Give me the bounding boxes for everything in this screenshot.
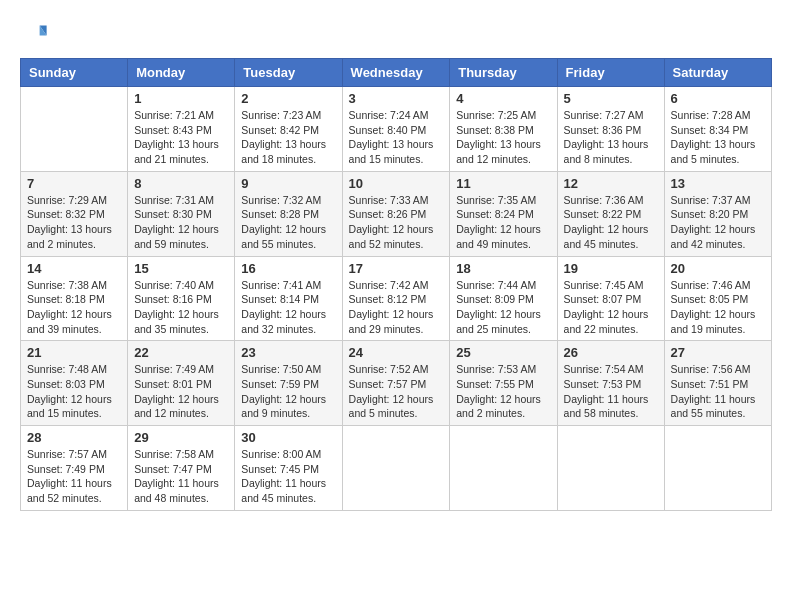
calendar-cell [450, 426, 557, 511]
calendar-cell: 26Sunrise: 7:54 AM Sunset: 7:53 PM Dayli… [557, 341, 664, 426]
day-number: 28 [27, 430, 121, 445]
calendar-week-row: 1Sunrise: 7:21 AM Sunset: 8:43 PM Daylig… [21, 87, 772, 172]
day-info: Sunrise: 7:31 AM Sunset: 8:30 PM Dayligh… [134, 193, 228, 252]
day-info: Sunrise: 7:38 AM Sunset: 8:18 PM Dayligh… [27, 278, 121, 337]
calendar-week-row: 21Sunrise: 7:48 AM Sunset: 8:03 PM Dayli… [21, 341, 772, 426]
day-number: 8 [134, 176, 228, 191]
weekday-header: Friday [557, 59, 664, 87]
calendar-week-row: 28Sunrise: 7:57 AM Sunset: 7:49 PM Dayli… [21, 426, 772, 511]
calendar-cell: 27Sunrise: 7:56 AM Sunset: 7:51 PM Dayli… [664, 341, 771, 426]
day-info: Sunrise: 7:24 AM Sunset: 8:40 PM Dayligh… [349, 108, 444, 167]
day-number: 25 [456, 345, 550, 360]
calendar-cell: 15Sunrise: 7:40 AM Sunset: 8:16 PM Dayli… [128, 256, 235, 341]
calendar-cell: 28Sunrise: 7:57 AM Sunset: 7:49 PM Dayli… [21, 426, 128, 511]
day-info: Sunrise: 7:32 AM Sunset: 8:28 PM Dayligh… [241, 193, 335, 252]
calendar-cell: 29Sunrise: 7:58 AM Sunset: 7:47 PM Dayli… [128, 426, 235, 511]
day-info: Sunrise: 7:53 AM Sunset: 7:55 PM Dayligh… [456, 362, 550, 421]
day-number: 12 [564, 176, 658, 191]
day-number: 20 [671, 261, 765, 276]
logo-icon [20, 20, 48, 48]
weekday-header: Monday [128, 59, 235, 87]
day-number: 30 [241, 430, 335, 445]
day-number: 23 [241, 345, 335, 360]
calendar-cell [557, 426, 664, 511]
calendar-cell: 9Sunrise: 7:32 AM Sunset: 8:28 PM Daylig… [235, 171, 342, 256]
calendar-cell: 25Sunrise: 7:53 AM Sunset: 7:55 PM Dayli… [450, 341, 557, 426]
day-number: 2 [241, 91, 335, 106]
weekday-header: Sunday [21, 59, 128, 87]
day-number: 11 [456, 176, 550, 191]
day-info: Sunrise: 7:28 AM Sunset: 8:34 PM Dayligh… [671, 108, 765, 167]
calendar-cell: 23Sunrise: 7:50 AM Sunset: 7:59 PM Dayli… [235, 341, 342, 426]
day-info: Sunrise: 7:40 AM Sunset: 8:16 PM Dayligh… [134, 278, 228, 337]
day-number: 24 [349, 345, 444, 360]
day-info: Sunrise: 7:50 AM Sunset: 7:59 PM Dayligh… [241, 362, 335, 421]
day-number: 18 [456, 261, 550, 276]
day-info: Sunrise: 7:45 AM Sunset: 8:07 PM Dayligh… [564, 278, 658, 337]
day-number: 9 [241, 176, 335, 191]
calendar-week-row: 7Sunrise: 7:29 AM Sunset: 8:32 PM Daylig… [21, 171, 772, 256]
day-info: Sunrise: 7:49 AM Sunset: 8:01 PM Dayligh… [134, 362, 228, 421]
calendar-cell: 21Sunrise: 7:48 AM Sunset: 8:03 PM Dayli… [21, 341, 128, 426]
calendar-cell: 7Sunrise: 7:29 AM Sunset: 8:32 PM Daylig… [21, 171, 128, 256]
day-number: 10 [349, 176, 444, 191]
weekday-header: Saturday [664, 59, 771, 87]
day-info: Sunrise: 7:57 AM Sunset: 7:49 PM Dayligh… [27, 447, 121, 506]
calendar-cell: 30Sunrise: 8:00 AM Sunset: 7:45 PM Dayli… [235, 426, 342, 511]
day-number: 4 [456, 91, 550, 106]
day-info: Sunrise: 7:56 AM Sunset: 7:51 PM Dayligh… [671, 362, 765, 421]
calendar-cell: 4Sunrise: 7:25 AM Sunset: 8:38 PM Daylig… [450, 87, 557, 172]
day-number: 15 [134, 261, 228, 276]
calendar-cell: 20Sunrise: 7:46 AM Sunset: 8:05 PM Dayli… [664, 256, 771, 341]
page-header [20, 20, 772, 48]
day-number: 26 [564, 345, 658, 360]
calendar-cell: 2Sunrise: 7:23 AM Sunset: 8:42 PM Daylig… [235, 87, 342, 172]
calendar-week-row: 14Sunrise: 7:38 AM Sunset: 8:18 PM Dayli… [21, 256, 772, 341]
day-number: 19 [564, 261, 658, 276]
day-number: 17 [349, 261, 444, 276]
calendar-body: 1Sunrise: 7:21 AM Sunset: 8:43 PM Daylig… [21, 87, 772, 511]
weekday-header: Wednesday [342, 59, 450, 87]
day-number: 3 [349, 91, 444, 106]
calendar-cell: 17Sunrise: 7:42 AM Sunset: 8:12 PM Dayli… [342, 256, 450, 341]
calendar-cell: 1Sunrise: 7:21 AM Sunset: 8:43 PM Daylig… [128, 87, 235, 172]
calendar-cell: 12Sunrise: 7:36 AM Sunset: 8:22 PM Dayli… [557, 171, 664, 256]
day-info: Sunrise: 8:00 AM Sunset: 7:45 PM Dayligh… [241, 447, 335, 506]
calendar-cell: 22Sunrise: 7:49 AM Sunset: 8:01 PM Dayli… [128, 341, 235, 426]
day-info: Sunrise: 7:54 AM Sunset: 7:53 PM Dayligh… [564, 362, 658, 421]
calendar-cell: 14Sunrise: 7:38 AM Sunset: 8:18 PM Dayli… [21, 256, 128, 341]
day-info: Sunrise: 7:25 AM Sunset: 8:38 PM Dayligh… [456, 108, 550, 167]
day-info: Sunrise: 7:27 AM Sunset: 8:36 PM Dayligh… [564, 108, 658, 167]
calendar-cell: 10Sunrise: 7:33 AM Sunset: 8:26 PM Dayli… [342, 171, 450, 256]
weekday-header: Tuesday [235, 59, 342, 87]
day-number: 27 [671, 345, 765, 360]
day-info: Sunrise: 7:37 AM Sunset: 8:20 PM Dayligh… [671, 193, 765, 252]
day-info: Sunrise: 7:23 AM Sunset: 8:42 PM Dayligh… [241, 108, 335, 167]
day-number: 22 [134, 345, 228, 360]
day-number: 7 [27, 176, 121, 191]
calendar-cell: 13Sunrise: 7:37 AM Sunset: 8:20 PM Dayli… [664, 171, 771, 256]
day-info: Sunrise: 7:42 AM Sunset: 8:12 PM Dayligh… [349, 278, 444, 337]
calendar-cell: 24Sunrise: 7:52 AM Sunset: 7:57 PM Dayli… [342, 341, 450, 426]
weekday-header: Thursday [450, 59, 557, 87]
day-number: 14 [27, 261, 121, 276]
day-number: 29 [134, 430, 228, 445]
day-info: Sunrise: 7:52 AM Sunset: 7:57 PM Dayligh… [349, 362, 444, 421]
day-number: 6 [671, 91, 765, 106]
day-info: Sunrise: 7:46 AM Sunset: 8:05 PM Dayligh… [671, 278, 765, 337]
calendar-cell: 11Sunrise: 7:35 AM Sunset: 8:24 PM Dayli… [450, 171, 557, 256]
calendar-cell: 18Sunrise: 7:44 AM Sunset: 8:09 PM Dayli… [450, 256, 557, 341]
logo [20, 20, 52, 48]
calendar-cell: 19Sunrise: 7:45 AM Sunset: 8:07 PM Dayli… [557, 256, 664, 341]
day-info: Sunrise: 7:41 AM Sunset: 8:14 PM Dayligh… [241, 278, 335, 337]
calendar-cell [21, 87, 128, 172]
calendar: SundayMondayTuesdayWednesdayThursdayFrid… [20, 58, 772, 511]
day-number: 1 [134, 91, 228, 106]
calendar-cell: 8Sunrise: 7:31 AM Sunset: 8:30 PM Daylig… [128, 171, 235, 256]
calendar-cell: 3Sunrise: 7:24 AM Sunset: 8:40 PM Daylig… [342, 87, 450, 172]
day-info: Sunrise: 7:48 AM Sunset: 8:03 PM Dayligh… [27, 362, 121, 421]
day-number: 21 [27, 345, 121, 360]
day-info: Sunrise: 7:33 AM Sunset: 8:26 PM Dayligh… [349, 193, 444, 252]
calendar-header-row: SundayMondayTuesdayWednesdayThursdayFrid… [21, 59, 772, 87]
calendar-cell: 5Sunrise: 7:27 AM Sunset: 8:36 PM Daylig… [557, 87, 664, 172]
